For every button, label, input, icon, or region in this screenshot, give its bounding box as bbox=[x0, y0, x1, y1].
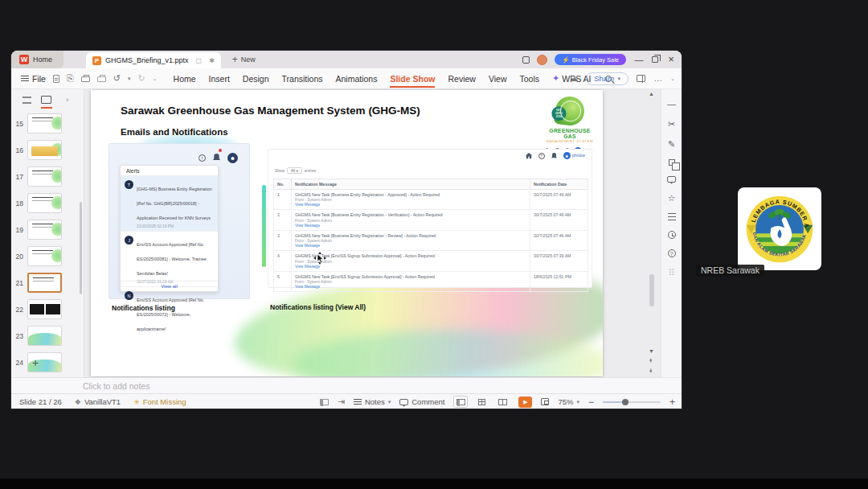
fullscreen-icon[interactable] bbox=[541, 398, 549, 405]
menu-animations[interactable]: Animations bbox=[336, 74, 378, 84]
slide-thumb-20[interactable]: 20 bbox=[11, 244, 84, 268]
menu-design[interactable]: Design bbox=[243, 74, 269, 84]
annotate-icon[interactable]: ✎ bbox=[668, 139, 675, 149]
history-icon[interactable] bbox=[668, 231, 676, 239]
apps-grid-icon[interactable]: ⠿ bbox=[668, 268, 674, 277]
promo-button[interactable]: ⚡ Black Friday Sale bbox=[555, 54, 626, 65]
slide-number: 22 bbox=[11, 306, 26, 314]
normal-view-button[interactable] bbox=[453, 396, 468, 408]
slide-thumb-17[interactable]: 17 bbox=[11, 165, 84, 188]
slide-canvas[interactable]: Sarawak Greenhouse Gas Management System… bbox=[91, 90, 603, 376]
print-icon[interactable] bbox=[81, 76, 90, 82]
menu-insert[interactable]: Insert bbox=[209, 74, 230, 84]
redo-icon[interactable]: ↻ bbox=[137, 74, 145, 83]
layers-icon[interactable] bbox=[669, 159, 675, 166]
alert-avatar: T bbox=[125, 180, 133, 189]
slide-number: 18 bbox=[11, 199, 26, 208]
font-missing-warning[interactable]: ✳ Font Missing bbox=[133, 397, 186, 406]
panel-expand-icon[interactable]: › bbox=[66, 96, 68, 104]
slide-number: 23 bbox=[11, 332, 26, 340]
participant-video-tile[interactable]: LEMBAGA SUMBER ASLI DAN ALAM SEKITAR SAR… bbox=[738, 187, 821, 270]
menu-slide-show[interactable]: Slide Show bbox=[390, 74, 435, 88]
close-button[interactable]: × bbox=[665, 54, 677, 65]
comment-pane-icon[interactable] bbox=[667, 176, 676, 183]
reading-view-button[interactable] bbox=[495, 396, 510, 408]
minimize-button[interactable]: — bbox=[633, 54, 645, 65]
notes-bar[interactable]: Click to add notes bbox=[11, 377, 682, 393]
slide-thumb-24[interactable]: 24 bbox=[11, 351, 84, 374]
slide-thumb-15[interactable]: 15 bbox=[11, 112, 84, 135]
thumbnail[interactable] bbox=[27, 193, 62, 213]
scroll-up-icon[interactable]: ▲ bbox=[649, 91, 654, 97]
restore-button[interactable] bbox=[652, 56, 658, 63]
quickbar-more-icon[interactable]: ⌄ bbox=[153, 76, 158, 82]
menu-home[interactable]: Home bbox=[174, 74, 196, 84]
print-preview-icon[interactable] bbox=[97, 76, 106, 82]
panel-scrollbar[interactable] bbox=[80, 202, 82, 294]
decor-stripe bbox=[262, 185, 266, 267]
desktop-mode-icon[interactable] bbox=[320, 399, 329, 405]
slide-thumb-22[interactable]: 22 bbox=[11, 298, 84, 321]
help-icon[interactable]: ? bbox=[668, 249, 676, 257]
alert-avatar: N bbox=[125, 291, 133, 300]
slide-thumb-19[interactable]: 19 bbox=[11, 218, 84, 241]
share-button[interactable]: Share ▾ bbox=[586, 72, 628, 85]
table-row: 3 GHGMS New Task [Business Entity Regist… bbox=[274, 230, 588, 250]
undo-dropdown-icon[interactable]: ▾ bbox=[128, 76, 131, 82]
add-slide-button[interactable]: + bbox=[32, 356, 39, 369]
export-icon[interactable]: ⎘ bbox=[67, 74, 74, 83]
menu-review[interactable]: Review bbox=[448, 74, 475, 84]
scroll-down-icon[interactable]: ▼ bbox=[649, 348, 654, 354]
next-slide-icon[interactable]: ↡ bbox=[649, 368, 653, 374]
zoom-level[interactable]: 75%▾ bbox=[558, 397, 579, 406]
thumbnail[interactable] bbox=[27, 220, 62, 240]
menu-view[interactable]: View bbox=[489, 74, 507, 84]
menu-tools[interactable]: Tools bbox=[519, 74, 539, 84]
new-tab-button[interactable]: + New bbox=[232, 54, 256, 65]
task-pane-icon[interactable] bbox=[637, 75, 645, 82]
more-options-icon[interactable]: … bbox=[653, 74, 662, 83]
comment-button[interactable]: Comment bbox=[399, 397, 444, 406]
tab-document[interactable]: P GHGMS_Briefing_v1.pptx ▢ ✱ bbox=[86, 52, 221, 68]
cloud-sync-icon[interactable]: ☁ bbox=[569, 74, 578, 83]
notes-toggle[interactable]: Notes▾ bbox=[354, 397, 391, 406]
thumbnail[interactable] bbox=[27, 273, 62, 293]
previous-slide-icon[interactable]: ↟ bbox=[649, 358, 653, 364]
menu-transitions[interactable]: Transitions bbox=[282, 74, 323, 84]
save-icon[interactable] bbox=[53, 75, 59, 83]
edit-tools-icon[interactable]: ✂ bbox=[668, 119, 675, 129]
thumbnail[interactable] bbox=[27, 299, 62, 319]
collapse-pane-icon[interactable]: — bbox=[667, 99, 676, 109]
zoom-in-button[interactable]: + bbox=[669, 397, 675, 408]
slide-thumb-18[interactable]: 18 bbox=[11, 191, 84, 215]
scrollbar-thumb[interactable] bbox=[649, 274, 654, 306]
screen: W Home P GHGMS_Briefing_v1.pptx ▢ ✱ + Ne… bbox=[0, 0, 868, 489]
slideshow-play-button[interactable]: ▶ bbox=[518, 397, 532, 408]
thumbnail[interactable] bbox=[27, 166, 62, 187]
thumbnail[interactable] bbox=[27, 246, 62, 266]
tab-pin-icon[interactable]: ▢ bbox=[196, 57, 203, 64]
thumbnail[interactable] bbox=[27, 326, 62, 346]
slide-thumb-23[interactable]: 23 bbox=[11, 324, 84, 347]
slide-thumb-16[interactable]: 16 bbox=[11, 138, 84, 162]
zoom-out-button[interactable]: − bbox=[588, 397, 594, 408]
undo-icon[interactable]: ↺ bbox=[113, 74, 121, 83]
tab-home[interactable]: W Home bbox=[11, 51, 63, 68]
zoom-slider[interactable] bbox=[603, 401, 661, 403]
collapse-ribbon-icon[interactable]: ⌄ bbox=[670, 76, 675, 82]
exit-mode-icon[interactable]: ⇥ bbox=[338, 397, 345, 406]
slide-sorter-button[interactable] bbox=[474, 396, 489, 408]
settings-icon[interactable] bbox=[668, 213, 676, 220]
canvas-scrollbar[interactable]: ▲ ▼ ↟ ↡ bbox=[647, 89, 657, 377]
zoom-slider-handle[interactable] bbox=[622, 399, 628, 405]
slide-thumb-21-selected[interactable]: 21 bbox=[11, 271, 84, 294]
thumbnail[interactable] bbox=[27, 140, 62, 160]
slide-view-icon[interactable] bbox=[41, 96, 51, 104]
outline-view-icon[interactable] bbox=[23, 97, 31, 104]
theme-indicator[interactable]: ❖ VanillaVT1 bbox=[75, 397, 121, 406]
file-menu[interactable]: File bbox=[21, 74, 46, 84]
account-avatar[interactable] bbox=[537, 55, 547, 65]
window-mode-icon[interactable] bbox=[522, 56, 530, 64]
favorites-icon[interactable]: ☆ bbox=[668, 193, 676, 203]
thumbnail[interactable] bbox=[27, 113, 62, 134]
